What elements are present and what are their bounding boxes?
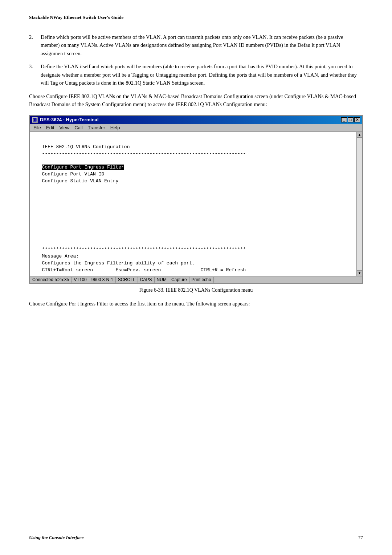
scroll-down-button[interactable]: ▼ (357, 270, 363, 276)
status-num: NUM (155, 277, 169, 283)
terminal-line-11 (36, 212, 350, 219)
terminal-line-17: Message Area: (36, 253, 350, 260)
terminal-area: IEEE 802.1Q VLANs Configuration --------… (30, 132, 362, 276)
terminal-content: IEEE 802.1Q VLANs Configuration --------… (30, 132, 356, 276)
menu-file[interactable]: File (31, 125, 43, 131)
terminal-line-1: IEEE 802.1Q VLANs Configuration (36, 144, 350, 151)
terminal-line-9 (36, 198, 350, 205)
footer-right: 77 (358, 535, 363, 540)
titlebar: H DES-3624 - HyperTerminal _ □ ✕ (30, 116, 362, 124)
hyperterminal-window: H DES-3624 - HyperTerminal _ □ ✕ File Ed… (29, 115, 363, 284)
header-title: Stackable NWay Ethernet Switch User's Gu… (29, 15, 123, 20)
terminal-line-19: CTRL+T=Root screen Esc=Prev. screen CTRL… (36, 267, 350, 274)
page-footer: Using the Console Interface 77 (29, 533, 363, 540)
titlebar-left: H DES-3624 - HyperTerminal (32, 117, 99, 123)
statusbar: Connected 5:25:35 VT100 9600 8-N-1 SCROL… (30, 276, 362, 283)
terminal-line-3 (36, 157, 350, 164)
list-num-3: 3. (29, 62, 41, 87)
figure-caption: Figure 6-33. IEEE 802.1Q VLANs Configura… (29, 287, 363, 293)
terminal-line-12 (36, 219, 350, 226)
footer-left: Using the Console Interface (29, 535, 84, 540)
terminal-line-16: ****************************************… (36, 246, 350, 253)
highlighted-option: Configure Port Ingress Filter (42, 165, 124, 170)
menu-transfer[interactable]: Transfer (86, 125, 107, 131)
titlebar-text: DES-3624 - HyperTerminal (40, 117, 99, 122)
svg-text:H: H (33, 118, 36, 122)
intro-text: Choose Configure IEEE 802.1Q VLANs on th… (29, 92, 363, 109)
list-content-2: Define which ports will be active member… (41, 33, 363, 57)
terminal-line-5: Configure Port VLAN ID (36, 171, 350, 178)
terminal-line-15 (36, 239, 350, 246)
menubar: File Edit View Call Transfer Help (30, 124, 362, 132)
list-item-3: 3. Define the VLAN itself and which port… (29, 62, 363, 87)
status-capture: Capture (169, 277, 189, 283)
status-caps: CAPS (138, 277, 155, 283)
terminal-line-0 (36, 137, 350, 144)
menu-help[interactable]: Help (108, 125, 122, 131)
window-controls[interactable]: _ □ ✕ (341, 117, 360, 122)
app-icon: H (32, 117, 38, 123)
terminal-line-13 (36, 226, 350, 233)
terminal-line-2: ----------------------------------------… (36, 150, 350, 157)
terminal-line-14 (36, 233, 350, 240)
scroll-track (357, 138, 362, 270)
menu-view[interactable]: View (57, 125, 72, 131)
outro-text: Choose Configure Por t Ingress Filter to… (29, 300, 363, 308)
list-num-2: 2. (29, 33, 41, 57)
terminal-line-7 (36, 185, 350, 192)
page-header: Stackable NWay Ethernet Switch User's Gu… (29, 15, 363, 22)
status-print: Print echo (189, 277, 214, 283)
terminal-line-18: Configures the Ingress Filtering ability… (36, 260, 350, 267)
menu-call[interactable]: Call (72, 125, 85, 131)
maximize-button[interactable]: □ (348, 117, 354, 122)
terminal-line-6: Configure Static VLAN Entry (36, 178, 350, 185)
terminal-line-8 (36, 192, 350, 199)
terminal-line-10 (36, 205, 350, 212)
close-button[interactable]: ✕ (354, 117, 360, 122)
scrollbar[interactable]: ▲ ▼ (356, 132, 362, 276)
status-connected: Connected 5:25:35 (30, 277, 72, 283)
status-scroll: SCROLL (116, 277, 138, 283)
status-vt: VT100 (72, 277, 89, 283)
list-content-3: Define the VLAN itself and which ports w… (41, 62, 363, 87)
minimize-button[interactable]: _ (341, 117, 347, 122)
status-baud: 9600 8-N-1 (89, 277, 116, 283)
scroll-up-button[interactable]: ▲ (357, 132, 363, 138)
list-item-2: 2. Define which ports will be active mem… (29, 33, 363, 57)
terminal-line-4: Configure Port Ingress Filter (36, 164, 350, 171)
menu-edit[interactable]: Edit (44, 125, 56, 131)
